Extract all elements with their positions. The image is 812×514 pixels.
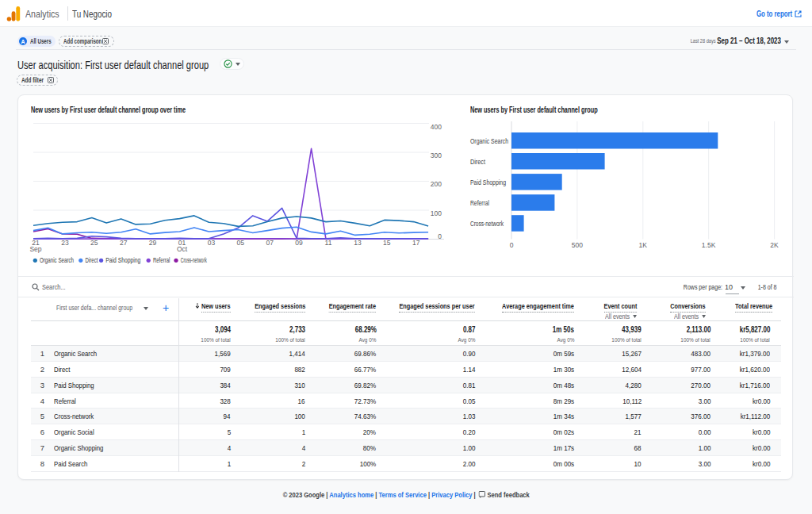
svg-text:500: 500 (572, 241, 583, 249)
svg-text:03: 03 (208, 239, 216, 247)
svg-text:Organic Search: Organic Search (40, 256, 74, 264)
svg-text:23: 23 (61, 239, 69, 247)
svg-text:0: 0 (438, 232, 442, 240)
svg-text:Sep: Sep (29, 245, 41, 253)
svg-text:09: 09 (295, 239, 303, 247)
svg-text:11: 11 (325, 239, 332, 247)
svg-text:29: 29 (149, 239, 157, 247)
svg-text:17: 17 (412, 239, 420, 247)
svg-text:Cross-network: Cross-network (470, 220, 504, 228)
svg-text:Direct: Direct (86, 256, 98, 264)
svg-text:07: 07 (266, 239, 274, 247)
svg-text:400: 400 (431, 123, 442, 131)
svg-text:1.5K: 1.5K (702, 241, 716, 249)
svg-text:13: 13 (354, 239, 362, 247)
svg-text:200: 200 (431, 180, 442, 188)
svg-text:15: 15 (383, 239, 391, 247)
svg-text:05: 05 (237, 239, 245, 247)
svg-text:100: 100 (431, 209, 442, 217)
svg-text:300: 300 (431, 152, 442, 159)
svg-text:Referral: Referral (153, 256, 170, 264)
svg-text:2K: 2K (770, 241, 779, 249)
svg-text:27: 27 (120, 239, 128, 247)
svg-text:1K: 1K (639, 241, 648, 249)
svg-text:Referral: Referral (470, 199, 489, 207)
svg-text:Oct: Oct (177, 245, 188, 253)
svg-text:0: 0 (510, 241, 514, 249)
svg-text:Organic Search: Organic Search (470, 137, 508, 145)
svg-text:Cross-network: Cross-network (181, 256, 207, 264)
svg-text:25: 25 (90, 239, 98, 247)
svg-text:Direct: Direct (470, 158, 486, 166)
svg-text:Paid Shopping: Paid Shopping (105, 256, 140, 264)
svg-text:Paid Shopping: Paid Shopping (470, 178, 506, 186)
